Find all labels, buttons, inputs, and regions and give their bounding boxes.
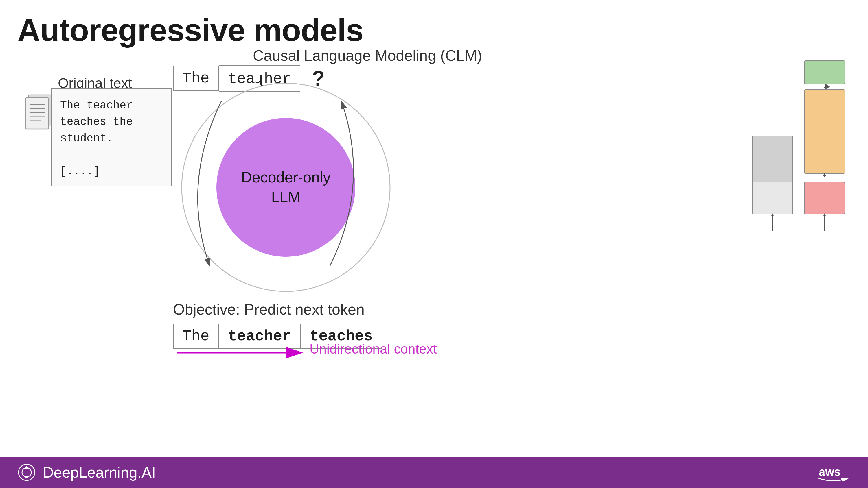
svg-rect-16 xyxy=(804,90,845,173)
decoder-label: Decoder-onlyLLM xyxy=(241,168,331,207)
clm-title: Causal Language Modeling (CLM) xyxy=(237,47,498,64)
svg-point-30 xyxy=(25,466,28,469)
page-title: Autoregressive models xyxy=(18,11,363,48)
svg-rect-19 xyxy=(804,182,845,214)
svg-rect-14 xyxy=(804,61,845,84)
footer-logo-text: DeepLearning.AI xyxy=(43,464,156,481)
svg-text:aws: aws xyxy=(819,465,841,478)
original-text-box: The teacherteaches thestudent.[....] xyxy=(51,88,172,187)
bottom-token-the: The xyxy=(173,324,219,349)
svg-rect-23 xyxy=(752,182,793,214)
objective-label: Objective: Predict next token xyxy=(173,301,390,318)
nn-diagram xyxy=(746,58,850,278)
bottom-token-teacher: teacher xyxy=(219,324,300,349)
document-icon xyxy=(23,93,55,134)
svg-rect-1 xyxy=(26,98,49,129)
left-curved-arrow xyxy=(172,98,230,272)
magenta-arrow xyxy=(176,347,306,358)
footer-bar: DeepLearning.AI aws xyxy=(0,457,868,488)
footer-logo: DeepLearning.AI xyxy=(18,463,156,482)
footer-aws-logo: aws xyxy=(816,464,850,481)
unidirectional-label: Unidirectional context xyxy=(310,341,437,357)
svg-point-31 xyxy=(25,476,28,479)
right-curved-arrow xyxy=(321,98,379,272)
original-text-content: The teacherteaches thestudent.[....] xyxy=(60,99,133,177)
